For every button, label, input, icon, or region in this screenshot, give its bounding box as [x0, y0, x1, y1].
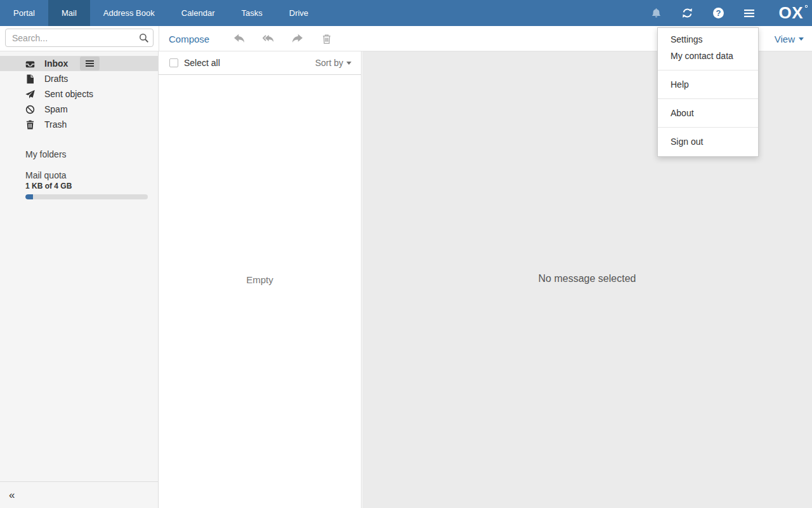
- mail-toolbar: Compose: [159, 26, 362, 51]
- folder-label: Spam: [44, 104, 68, 114]
- my-folders-section[interactable]: My folders: [0, 148, 158, 161]
- folder-label: Inbox: [44, 58, 68, 69]
- folder-trash[interactable]: Trash: [0, 117, 158, 132]
- folder-inbox[interactable]: Inbox: [0, 56, 158, 71]
- select-all-checkbox[interactable]: [169, 58, 178, 67]
- folder-label: Drafts: [44, 74, 68, 84]
- folder-spam[interactable]: Spam: [0, 102, 158, 117]
- menu-item-help[interactable]: Help: [658, 76, 758, 93]
- app-tabs: Portal Mail Address Book Calendar Tasks …: [0, 0, 322, 26]
- folder-sidebar: Inbox Drafts Sent objects Spam: [0, 51, 159, 508]
- message-list-column: Select all Sort by Empty: [159, 51, 362, 508]
- menu-item-settings[interactable]: Settings: [658, 31, 758, 48]
- tab-mail[interactable]: Mail: [48, 0, 90, 26]
- chevron-down-icon: [346, 62, 351, 65]
- trash-icon: [25, 120, 35, 130]
- folder-sent-objects[interactable]: Sent objects: [0, 86, 158, 102]
- reply-all-icon[interactable]: [263, 33, 274, 44]
- search-icon[interactable]: [135, 29, 153, 46]
- quota-progress-bar: [25, 194, 148, 199]
- settings-dropdown-menu: Settings My contact data Help About Sign…: [657, 27, 759, 157]
- folder-label: Trash: [44, 119, 67, 130]
- drafts-file-icon: [25, 74, 35, 84]
- reply-icon[interactable]: [233, 33, 245, 44]
- menu-item-sign-out[interactable]: Sign out: [658, 133, 758, 150]
- menu-item-my-contact-data[interactable]: My contact data: [658, 48, 758, 64]
- help-icon[interactable]: ?: [712, 8, 724, 19]
- view-dropdown[interactable]: View: [775, 26, 804, 51]
- sent-paper-plane-icon: [25, 90, 35, 99]
- navbar-actions: ? OX: [650, 0, 812, 26]
- quota-usage: 1 KB of 4 GB: [25, 182, 148, 191]
- menu-divider: [658, 127, 758, 128]
- search-input[interactable]: [6, 33, 135, 43]
- ox-logo: OX: [778, 0, 803, 26]
- folder-label: Sent objects: [44, 89, 93, 99]
- empty-list-message: Empty: [159, 274, 361, 285]
- folder-context-menu-button[interactable]: [80, 57, 100, 70]
- mail-quota: Mail quota 1 KB of 4 GB: [25, 170, 148, 199]
- quota-progress-fill: [25, 194, 33, 199]
- folder-tree: Inbox Drafts Sent objects Spam: [0, 51, 158, 132]
- sort-by-dropdown[interactable]: Sort by: [315, 58, 351, 68]
- tab-portal[interactable]: Portal: [0, 0, 48, 26]
- tab-tasks[interactable]: Tasks: [228, 0, 276, 26]
- quota-label: Mail quota: [25, 170, 148, 181]
- inbox-icon: [25, 59, 35, 69]
- search-box: [5, 29, 154, 47]
- tab-drive[interactable]: Drive: [276, 0, 322, 26]
- refresh-icon[interactable]: [681, 8, 693, 19]
- menu-item-about[interactable]: About: [658, 105, 758, 121]
- menu-hamburger-icon[interactable]: [743, 8, 755, 19]
- compose-button[interactable]: Compose: [169, 34, 209, 44]
- folder-drafts[interactable]: Drafts: [0, 71, 158, 86]
- chevron-down-icon: [799, 37, 804, 41]
- tab-address-book[interactable]: Address Book: [90, 0, 168, 26]
- no-message-selected-label: No message selected: [362, 273, 812, 284]
- collapse-sidebar-icon[interactable]: «: [9, 490, 15, 500]
- message-list-header: Select all Sort by: [159, 51, 361, 75]
- sidebar-footer: «: [0, 481, 158, 508]
- select-all-label[interactable]: Select all: [184, 58, 220, 68]
- delete-icon[interactable]: [321, 33, 332, 44]
- top-navbar: Portal Mail Address Book Calendar Tasks …: [0, 0, 812, 26]
- notifications-bell-icon[interactable]: [650, 8, 662, 19]
- spam-ban-icon: [25, 105, 35, 114]
- tab-calendar[interactable]: Calendar: [168, 0, 228, 26]
- forward-icon[interactable]: [292, 33, 303, 44]
- menu-divider: [658, 98, 758, 99]
- menu-divider: [658, 70, 758, 70]
